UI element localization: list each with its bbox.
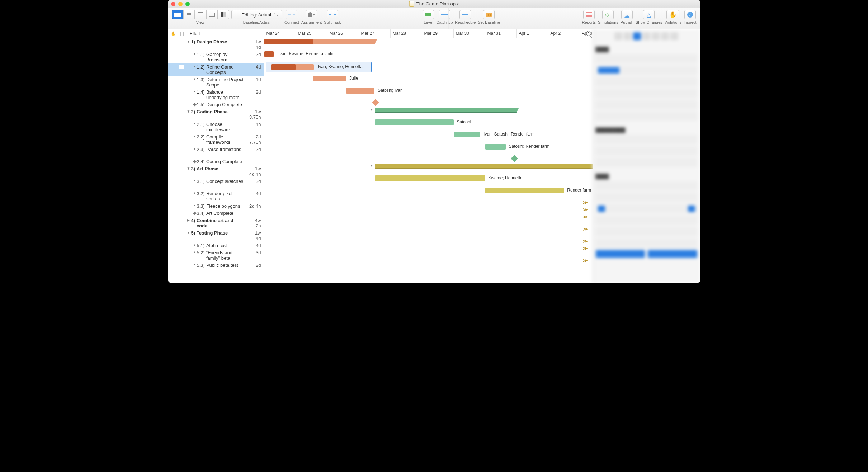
task-effort[interactable]: 4w2h bbox=[245, 217, 264, 228]
task-effort[interactable]: 3d bbox=[245, 178, 264, 189]
gantt-bar[interactable] bbox=[271, 64, 296, 70]
collapse-indicator[interactable]: ▼ bbox=[370, 108, 373, 112]
resource-view-button[interactable] bbox=[183, 10, 195, 19]
task-effort[interactable]: 1w3.75h bbox=[245, 109, 264, 120]
outline-row[interactable]: •5.2)“Friends and family” beta3d bbox=[168, 249, 264, 261]
task-effort[interactable]: 4d bbox=[245, 64, 264, 75]
task-effort[interactable]: 2d7.75h bbox=[245, 134, 264, 145]
task-effort[interactable]: 1w4d bbox=[245, 230, 264, 241]
gantt-bar[interactable] bbox=[454, 132, 481, 137]
task-title[interactable]: Combine art and code bbox=[197, 217, 245, 228]
date-column-header[interactable]: Apr 2 bbox=[548, 29, 580, 38]
milestone-diamond[interactable] bbox=[511, 155, 518, 162]
task-title[interactable]: Balance underlying math bbox=[206, 89, 245, 100]
task-title[interactable]: Coding Complete bbox=[206, 159, 245, 164]
disclosure-triangle[interactable]: ▼ bbox=[187, 230, 191, 235]
task-effort[interactable]: 4d bbox=[245, 190, 264, 202]
task-effort[interactable]: 3d bbox=[245, 250, 264, 261]
task-title[interactable]: Testing Phase bbox=[197, 230, 245, 236]
outline-row[interactable]: ▼2)Coding Phase1w3.75h bbox=[168, 108, 264, 121]
connect-button[interactable] bbox=[286, 10, 297, 19]
outline-row[interactable]: •2.1)Choose middleware4h bbox=[168, 121, 264, 133]
task-title[interactable]: Gameplay Brainstorm bbox=[206, 51, 245, 62]
outline-header-drag[interactable]: ✋ bbox=[168, 29, 179, 38]
task-title[interactable]: Render pixel sprites bbox=[206, 190, 245, 202]
task-effort[interactable]: 1w4d 4h bbox=[245, 166, 264, 177]
task-title[interactable]: Coding Phase bbox=[197, 109, 245, 114]
zoom-window-button[interactable] bbox=[185, 2, 190, 6]
date-column-header[interactable]: Apr 1 bbox=[517, 29, 548, 38]
task-effort[interactable] bbox=[245, 102, 264, 107]
summary-bar[interactable] bbox=[264, 39, 375, 44]
minimize-window-button[interactable] bbox=[178, 2, 183, 6]
gantt-bar[interactable] bbox=[313, 76, 346, 81]
reschedule-button[interactable] bbox=[459, 10, 471, 19]
gantt-body[interactable]: Ivan; Kwame; Henrietta; JulieIvan; Kwame… bbox=[264, 38, 593, 283]
gantt-bar[interactable] bbox=[375, 119, 454, 125]
task-title[interactable]: “Friends and family” beta bbox=[206, 250, 245, 261]
outline-row[interactable]: •1.4)Balance underlying math2d bbox=[168, 88, 264, 101]
task-title[interactable]: Public beta test bbox=[206, 262, 245, 268]
zoom-icon[interactable] bbox=[586, 31, 591, 36]
task-title[interactable]: Choose middleware bbox=[206, 121, 245, 132]
task-effort[interactable] bbox=[245, 210, 264, 216]
editing-mode-combo[interactable]: Editing: Actual ⌃⌄ bbox=[231, 10, 282, 19]
milestone-diamond[interactable] bbox=[372, 99, 379, 106]
disclosure-triangle[interactable]: ▼ bbox=[187, 166, 191, 170]
outline-header-note[interactable] bbox=[179, 29, 185, 38]
outline-row[interactable]: ▼5)Testing Phase1w4d bbox=[168, 229, 264, 242]
disclosure-triangle[interactable]: ▼ bbox=[187, 39, 191, 43]
task-effort[interactable]: 2d bbox=[245, 146, 264, 157]
outline-row[interactable]: •1.2)Refine Game Concepts4d bbox=[168, 63, 264, 76]
gantt-bar[interactable] bbox=[264, 51, 274, 57]
date-column-header[interactable]: Mar 27 bbox=[359, 29, 391, 38]
outline-row[interactable]: •3.1)Concept sketches3d bbox=[168, 178, 264, 190]
outline-header-effort[interactable]: Effort bbox=[185, 29, 203, 38]
date-column-header[interactable]: Mar 25 bbox=[296, 29, 327, 38]
gantt-chart[interactable]: Mar 24Mar 25Mar 26Mar 27Mar 28Mar 29Mar … bbox=[264, 29, 593, 283]
task-effort[interactable] bbox=[245, 159, 264, 164]
task-effort[interactable]: 4d bbox=[245, 242, 264, 248]
outline-row[interactable]: •1.3)Determine Project Scope1d bbox=[168, 76, 264, 88]
task-effort[interactable]: 2d bbox=[245, 51, 264, 62]
inspect-button[interactable]: i bbox=[684, 10, 696, 19]
gantt-bar[interactable] bbox=[485, 144, 506, 150]
outline-rows[interactable]: ▼1)Design Phase1w4d•1.1)Gameplay Brainst… bbox=[168, 38, 264, 283]
task-effort[interactable]: 2d bbox=[245, 262, 264, 273]
outline-row[interactable]: ▼3)Art Phase1w4d 4h bbox=[168, 165, 264, 178]
outline-row[interactable]: ◆3.4)Art Complete bbox=[168, 209, 264, 217]
simulations-button[interactable]: ◇ bbox=[602, 10, 614, 19]
outline-row[interactable]: •1.1)Gameplay Brainstorm2d bbox=[168, 51, 264, 63]
date-column-header[interactable]: Mar 30 bbox=[454, 29, 485, 38]
outline-row[interactable]: •2.3)Parse framistans2d bbox=[168, 146, 264, 158]
task-title[interactable]: Design Complete bbox=[206, 102, 245, 107]
outline-row[interactable]: •3.2)Render pixel sprites4d bbox=[168, 190, 264, 202]
task-title[interactable]: Design Phase bbox=[197, 39, 245, 44]
gantt-bar[interactable] bbox=[485, 188, 564, 193]
styles-view-button[interactable] bbox=[218, 10, 229, 19]
reports-button[interactable] bbox=[583, 10, 595, 19]
task-effort[interactable]: 4h bbox=[245, 121, 264, 132]
violations-button[interactable]: ✋ bbox=[666, 10, 679, 19]
task-effort[interactable]: 2d 4h bbox=[245, 203, 264, 209]
note-icon[interactable] bbox=[179, 65, 184, 69]
gantt-timeline-header[interactable]: Mar 24Mar 25Mar 26Mar 27Mar 28Mar 29Mar … bbox=[264, 29, 593, 38]
task-effort[interactable]: 1d bbox=[245, 76, 264, 88]
outline-row[interactable]: ▼1)Design Phase1w4d bbox=[168, 38, 264, 51]
date-column-header[interactable]: Mar 29 bbox=[422, 29, 454, 38]
task-title[interactable]: Determine Project Scope bbox=[206, 76, 245, 88]
calendar-view-button[interactable] bbox=[195, 10, 206, 19]
outline-row[interactable]: •2.2)Compile frameworks2d7.75h bbox=[168, 133, 264, 146]
outline-row[interactable]: •5.1)Alpha test4d bbox=[168, 242, 264, 249]
disclosure-triangle[interactable]: ▶ bbox=[187, 217, 191, 222]
task-title[interactable]: Concept sketches bbox=[206, 178, 245, 184]
network-view-button[interactable] bbox=[206, 10, 218, 19]
task-title[interactable]: Parse framistans bbox=[206, 146, 245, 152]
task-title[interactable]: Art Complete bbox=[206, 210, 245, 216]
close-window-button[interactable] bbox=[171, 2, 175, 6]
date-column-header[interactable]: Mar 28 bbox=[391, 29, 422, 38]
split-task-button[interactable] bbox=[327, 10, 338, 19]
outline-row[interactable]: ◆1.5)Design Complete bbox=[168, 101, 264, 108]
date-column-header[interactable]: Mar 31 bbox=[485, 29, 517, 38]
gantt-view-button[interactable] bbox=[172, 10, 183, 19]
